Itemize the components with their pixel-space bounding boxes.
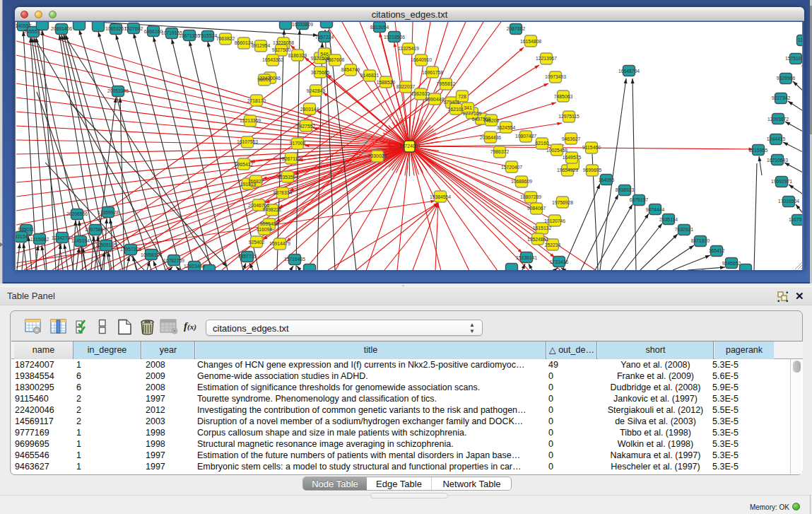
svg-text:7632621: 7632621	[675, 227, 694, 232]
svg-text:7955812: 7955812	[437, 81, 456, 86]
svg-text:12093872: 12093872	[767, 117, 789, 122]
svg-text:1362635: 1362635	[411, 91, 430, 96]
svg-text:1244415: 1244415	[767, 136, 786, 141]
svg-text:12975115: 12975115	[558, 114, 579, 119]
svg-text:3675685: 3675685	[311, 70, 330, 75]
svg-text:9242848: 9242848	[307, 88, 326, 93]
svg-text:252234: 252234	[545, 243, 561, 247]
svg-text:16543362: 16543362	[262, 57, 283, 62]
svg-text:9474444: 9474444	[646, 207, 665, 212]
svg-text:12923446: 12923446	[184, 264, 205, 269]
svg-text:16961758: 16961758	[422, 70, 443, 75]
svg-text:8471870: 8471870	[691, 238, 710, 243]
svg-text:10688609: 10688609	[511, 179, 532, 184]
svg-text:10958107: 10958107	[141, 252, 162, 257]
svg-text:2935114: 2935114	[659, 217, 678, 222]
svg-text:1733426: 1733426	[550, 259, 569, 264]
svg-text:3624554: 3624554	[497, 125, 516, 130]
svg-text:33154: 33154	[16, 234, 28, 239]
svg-text:8186328: 8186328	[288, 53, 307, 58]
svg-text:9457735: 9457735	[238, 254, 257, 259]
svg-text:165412: 165412	[709, 248, 725, 253]
svg-text:98901: 98901	[258, 77, 271, 82]
svg-text:9115460: 9115460	[582, 145, 601, 150]
svg-text:12505185: 12505185	[95, 243, 117, 247]
svg-text:16648794: 16648794	[618, 69, 640, 74]
svg-text:16033809: 16033809	[292, 22, 313, 27]
svg-text:9146821: 9146821	[360, 73, 379, 78]
svg-text:15716485: 15716485	[284, 257, 305, 262]
svg-text:12353594: 12353594	[277, 175, 298, 180]
svg-text:162101: 162101	[448, 107, 464, 112]
svg-text:10973493: 10973493	[545, 74, 566, 79]
svg-text:17957225: 17957225	[120, 247, 141, 252]
svg-text:9327500: 9327500	[272, 47, 291, 52]
svg-text:16107553: 16107553	[237, 139, 258, 144]
svg-text:2055571: 2055571	[24, 29, 43, 34]
svg-text:2330023: 2330023	[368, 153, 387, 158]
svg-text:917008: 917008	[290, 141, 306, 146]
svg-text:9245652: 9245652	[722, 261, 741, 266]
svg-text:1117: 1117	[798, 37, 803, 42]
svg-text:19218506: 19218506	[384, 35, 405, 40]
svg-text:341: 341	[464, 105, 472, 110]
svg-text:12213967: 12213967	[536, 56, 557, 61]
svg-text:1527602: 1527602	[124, 26, 143, 31]
svg-text:19756928: 19756928	[552, 200, 573, 205]
svg-text:7357224: 7357224	[315, 35, 334, 40]
svg-text:12213369: 12213369	[240, 118, 261, 123]
svg-text:17359928: 17359928	[98, 210, 119, 215]
svg-text:6466160: 6466160	[144, 29, 163, 34]
svg-text:925402: 925402	[249, 240, 265, 245]
svg-text:8322037: 8322037	[396, 84, 416, 89]
svg-text:18807289: 18807289	[520, 194, 541, 199]
svg-text:1215682: 1215682	[30, 237, 49, 242]
svg-text:9498222: 9498222	[263, 207, 282, 212]
svg-text:9084067: 9084067	[527, 206, 546, 211]
svg-text:679401: 679401	[444, 100, 460, 105]
svg-text:17016504: 17016504	[778, 199, 799, 204]
svg-text:766827: 766827	[248, 179, 264, 184]
svg-text:20364436: 20364436	[480, 135, 501, 140]
svg-text:9329966: 9329966	[777, 76, 796, 81]
svg-text:19975867: 19975867	[85, 227, 106, 232]
svg-text:15720407: 15720407	[501, 165, 522, 170]
svg-text:15136141: 15136141	[516, 255, 537, 260]
svg-text:20206556: 20206556	[66, 211, 88, 216]
svg-text:10807487: 10807487	[515, 134, 536, 139]
svg-text:8912954: 8912954	[252, 43, 271, 48]
svg-text:9699695: 9699695	[583, 168, 602, 173]
svg-text:9227342: 9227342	[772, 95, 791, 100]
svg-text:1965412: 1965412	[235, 162, 254, 167]
svg-text:546: 546	[320, 52, 329, 57]
svg-text:16640910: 16640910	[411, 57, 432, 62]
svg-text:15751074: 15751074	[785, 56, 803, 61]
svg-text:10025458: 10025458	[546, 148, 567, 153]
svg-text:18724007: 18724007	[399, 144, 420, 148]
svg-text:1649575: 1649575	[563, 155, 582, 160]
svg-text:12342737: 12342737	[52, 235, 73, 240]
svg-text:935031: 935031	[18, 227, 35, 232]
svg-text:10653267: 10653267	[105, 26, 126, 31]
svg-text:1588520: 1588520	[377, 80, 396, 85]
svg-text:9427552: 9427552	[297, 124, 316, 129]
svg-text:9099489: 9099489	[260, 221, 279, 226]
svg-text:10120746: 10120746	[544, 218, 565, 223]
svg-text:8938923: 8938923	[616, 187, 635, 192]
svg-text:7515524: 7515524	[199, 33, 218, 38]
svg-text:9777169: 9777169	[463, 111, 482, 116]
svg-text:8878334: 8878334	[273, 190, 293, 195]
svg-text:2803144: 2803144	[300, 107, 319, 112]
svg-text:19384554: 19384554	[430, 194, 451, 199]
svg-text:13226058: 13226058	[273, 40, 294, 45]
svg-text:8813054: 8813054	[370, 25, 389, 30]
svg-text:746206: 746206	[483, 118, 500, 123]
svg-text:2087682: 2087682	[507, 26, 526, 31]
svg-text:8990448: 8990448	[425, 97, 445, 102]
svg-text:1145194: 1145194	[71, 238, 90, 243]
svg-text:16914479: 16914479	[269, 241, 290, 246]
svg-text:16210643: 16210643	[767, 158, 788, 163]
svg-text:140557: 140557	[16, 23, 32, 28]
svg-text:9463627: 9463627	[562, 136, 581, 141]
svg-text:62160: 62160	[536, 141, 549, 146]
